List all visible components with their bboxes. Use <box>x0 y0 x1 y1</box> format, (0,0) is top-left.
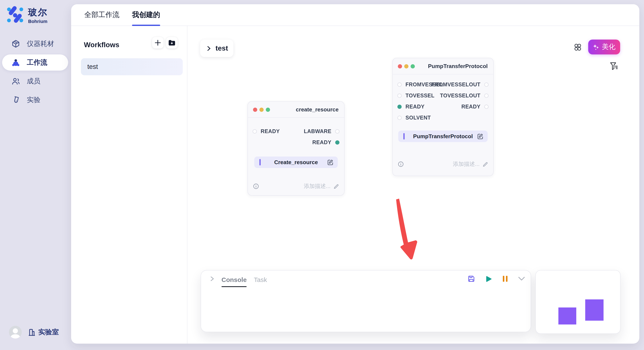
app-root: 玻尔 Bohrium 仪器耗材 <box>0 0 644 350</box>
sidebar-item-consumables[interactable]: 仪器耗材 <box>2 36 68 52</box>
port-dot-connected-icon[interactable] <box>398 105 402 109</box>
port-dot-icon[interactable] <box>484 82 488 87</box>
chevron-right-icon <box>206 46 211 51</box>
port-input-ready: READY <box>252 127 280 136</box>
port-dot-icon[interactable] <box>335 129 340 134</box>
top-tabs: 全部工作流 我创建的 <box>71 4 639 26</box>
info-icon[interactable] <box>398 161 404 167</box>
beautify-label: 美化 <box>602 42 616 51</box>
filter-funnel-icon <box>610 62 618 70</box>
red-annotation-arrow-icon <box>387 193 434 266</box>
tab-all-workflows[interactable]: 全部工作流 <box>84 4 120 25</box>
port-output-labware: LABWARE <box>304 127 340 136</box>
tab-my-created[interactable]: 我创建的 <box>132 4 160 25</box>
sidebar-item-workflow[interactable]: 工作流 <box>2 54 68 71</box>
console-tab-console[interactable]: Console <box>222 275 246 284</box>
beautify-button[interactable]: 美化 <box>588 39 620 54</box>
brand-name-cn: 玻尔 <box>28 6 48 18</box>
node-title: PumpTransferProtocol <box>428 58 488 74</box>
collapse-chevron-down-icon[interactable] <box>518 276 525 281</box>
description-placeholder[interactable]: 添加描述... <box>304 182 330 190</box>
port-output-ready: READY <box>461 103 488 111</box>
node-create-resource[interactable]: create_resource READY LABWARE READY Crea… <box>248 101 344 196</box>
auto-layout-button[interactable] <box>574 43 582 51</box>
info-icon[interactable] <box>253 183 259 189</box>
port-dot-icon[interactable] <box>252 129 257 134</box>
main-card: 全部工作流 我创建的 Workflows <box>71 4 639 344</box>
sidebar-item-label: 实验 <box>27 95 40 104</box>
edit-icon[interactable] <box>477 133 484 140</box>
members-icon <box>12 77 20 85</box>
sidebar-item-members[interactable]: 成员 <box>2 73 68 89</box>
clover-grid-icon <box>574 43 582 51</box>
sidebar: 玻尔 Bohrium 仪器耗材 <box>0 0 71 350</box>
experiment-icon <box>12 96 20 104</box>
add-workflow-button[interactable] <box>152 37 164 48</box>
sidebar-item-label: 仪器耗材 <box>27 39 54 48</box>
save-button[interactable] <box>468 275 475 282</box>
pill-accent-bar <box>260 159 261 166</box>
workflow-list-item-test[interactable]: test <box>81 58 183 75</box>
workspace-switcher[interactable]: 实验室 <box>28 328 59 337</box>
pill-label: PumpTransferProtocol <box>398 133 488 140</box>
minimap-node-pump-transfer <box>585 299 604 321</box>
traffic-dots-icon <box>253 108 270 112</box>
workflow-icon <box>12 58 20 67</box>
port-input-ready: READY <box>398 103 425 111</box>
console-panel: Console Task <box>200 270 531 332</box>
edit-icon[interactable] <box>327 159 334 166</box>
sidebar-item-label: 成员 <box>27 77 40 86</box>
node-header[interactable]: create_resource <box>248 102 344 118</box>
port-input-tovessel: TOVESSEL <box>398 91 434 100</box>
port-dot-icon[interactable] <box>398 94 402 98</box>
port-dot-icon[interactable] <box>484 105 488 109</box>
minimap-node-create-resource <box>558 308 576 325</box>
brand-logo[interactable]: 玻尔 Bohrium <box>6 6 48 24</box>
port-dot-connected-icon[interactable] <box>335 140 340 145</box>
workflow-panel-title: Workflows <box>84 41 119 49</box>
port-output-tovesselout: TOVESSELOUT <box>440 91 488 100</box>
description-placeholder[interactable]: 添加描述... <box>453 160 480 168</box>
run-button[interactable] <box>485 275 492 283</box>
port-dot-icon[interactable] <box>398 82 402 87</box>
node-header[interactable]: PumpTransferProtocol <box>393 58 493 74</box>
bohrium-logo-icon <box>6 6 24 24</box>
port-input-solvent: SOLVENT <box>398 114 431 122</box>
workspace-label: 实验室 <box>38 328 59 337</box>
minimap[interactable] <box>536 270 620 334</box>
node-pump-transfer-protocol[interactable]: PumpTransferProtocol FROMVESSEL FROMVESS… <box>392 58 494 176</box>
sidebar-item-label: 工作流 <box>27 58 47 67</box>
console-expand-chevron-icon[interactable] <box>209 276 215 282</box>
node-title: create_resource <box>296 102 338 117</box>
port-output-ready: READY <box>312 138 340 147</box>
filter-button[interactable] <box>610 62 618 70</box>
sparkles-icon <box>593 44 599 50</box>
port-dot-icon[interactable] <box>484 94 488 98</box>
node-footer: 添加描述... <box>398 160 488 168</box>
workflow-list-panel: Workflows test <box>71 25 188 344</box>
port-output-fromvesselout: FROMVESSELOUT <box>432 80 488 89</box>
pause-button[interactable] <box>502 275 508 282</box>
pill-label: Create_resource <box>254 159 338 166</box>
node-action-pill[interactable]: Create_resource <box>254 157 338 168</box>
pencil-icon[interactable] <box>482 161 488 167</box>
pill-accent-bar <box>403 133 405 140</box>
package-icon <box>12 39 20 48</box>
console-tab-task[interactable]: Task <box>254 275 267 284</box>
building-icon <box>28 328 36 336</box>
sidebar-item-experiment[interactable]: 实验 <box>2 92 68 108</box>
node-action-pill[interactable]: PumpTransferProtocol <box>398 131 488 142</box>
console-tab-underline <box>222 286 246 287</box>
brand-name-en: Bohrium <box>28 18 48 24</box>
node-footer: 添加描述... <box>253 182 339 190</box>
port-dot-icon[interactable] <box>398 116 402 120</box>
breadcrumb[interactable]: test <box>200 39 234 57</box>
traffic-dots-icon <box>398 64 415 68</box>
user-avatar[interactable] <box>9 326 22 339</box>
folder-download-icon <box>168 39 176 46</box>
import-folder-button[interactable] <box>166 37 178 48</box>
pencil-icon[interactable] <box>334 183 339 189</box>
flow-canvas[interactable]: test 美化 <box>187 25 639 344</box>
breadcrumb-label: test <box>216 44 228 52</box>
